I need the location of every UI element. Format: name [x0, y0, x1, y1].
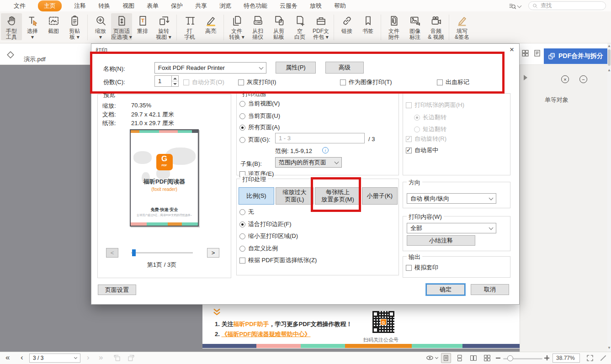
radio-none[interactable]: 无 — [239, 208, 254, 216]
menu-item-file[interactable]: 文件 — [14, 2, 26, 10]
toolbar-rotate-view[interactable]: 旋转视图 ▾ — [153, 13, 174, 40]
next-page-button[interactable]: › — [87, 353, 90, 362]
preview-slider-thumb[interactable] — [132, 249, 136, 256]
fullscreen-icon[interactable] — [586, 354, 594, 362]
double-chevron-down-icon[interactable] — [213, 308, 221, 317]
booklet-tab[interactable]: 小册子(K) — [362, 187, 398, 205]
menu-item-help[interactable]: 帮助 — [334, 2, 346, 10]
toolbar-fit-page[interactable]: 页面适应选项 ▾ — [111, 13, 132, 40]
subset-select[interactable]: 范围内的所有页面 — [275, 157, 342, 168]
properties-button[interactable]: 属性(P) — [276, 62, 316, 74]
toolbar-snapshot[interactable]: 截图 — [43, 13, 64, 34]
toolbar-select[interactable]: 选择▾ — [22, 13, 43, 40]
rotate-left-icon[interactable] — [113, 353, 122, 362]
radio-long-edge[interactable]: 长边翻转 — [414, 113, 446, 121]
zoom-in-icon[interactable] — [544, 355, 549, 360]
scroll-up-icon[interactable]: ▲ — [607, 44, 611, 48]
notes-doc-icon[interactable] — [533, 49, 542, 58]
eye-view-menu[interactable] — [425, 353, 438, 362]
tip-link-assistant[interactable]: 福昕PDF助手 — [233, 321, 269, 327]
toolbar-hand-tool[interactable]: 手型工具 — [1, 13, 22, 40]
last-page-button[interactable]: » — [99, 353, 103, 362]
menu-item-slideshow[interactable]: 放映 — [310, 2, 322, 10]
menu-item-protect[interactable]: 保护 — [171, 2, 183, 10]
ok-button[interactable]: 确定 — [426, 284, 465, 295]
rotate-right-icon[interactable] — [127, 353, 135, 362]
quick-find-button[interactable] — [509, 2, 521, 10]
toolbar-file-attachment[interactable]: 文件附件 — [383, 13, 404, 40]
collate-checkbox[interactable]: 自动分页(O) — [183, 78, 224, 86]
radio-all-pages[interactable]: 所有页面(A) — [239, 123, 280, 132]
auto-rotate-checkbox[interactable]: 自动旋转(R) — [406, 135, 446, 143]
cancel-button[interactable]: 取消 — [471, 284, 509, 295]
facing-view-button[interactable] — [468, 353, 478, 363]
copies-input[interactable]: 1 — [154, 75, 172, 87]
zoom-out-icon[interactable] — [496, 358, 500, 359]
menu-item-form[interactable]: 表单 — [147, 2, 159, 10]
toolbar-bookmark[interactable]: 书签 — [357, 13, 378, 34]
radio-current-view[interactable]: 当前视图(V) — [239, 100, 280, 108]
menu-item-browse[interactable]: 浏览 — [219, 2, 231, 10]
radio-current-page[interactable]: 当前页面(U) — [239, 112, 280, 120]
bleed-marks-checkbox[interactable]: 出血标记 — [437, 78, 469, 86]
toolbar-typewriter[interactable]: 打字机 — [179, 13, 200, 40]
toolbar-reflow[interactable]: T 重排 — [132, 13, 153, 34]
toolbar-from-clipboard[interactable]: 从剪贴板 — [268, 13, 289, 40]
page-setup-button[interactable]: 页面设置 — [98, 285, 136, 295]
menu-item-share[interactable]: 共享 — [195, 2, 207, 10]
shrink-oversize-tab[interactable]: 缩放过大页面(L) — [276, 187, 313, 205]
menu-item-convert[interactable]: 转换 — [98, 2, 110, 10]
orientation-select[interactable]: 自动 横向/纵向 — [407, 193, 496, 204]
tab-document-name[interactable]: 演示.pdf — [24, 55, 46, 63]
preview-next-button[interactable]: > — [207, 248, 219, 258]
choose-paper-checkbox[interactable]: 根据 PDF页面选择纸张(Z) — [239, 256, 317, 264]
menu-item-view[interactable]: 视图 — [122, 2, 134, 10]
continuous-view-button[interactable] — [455, 353, 465, 363]
toolbar-link[interactable]: 链接 — [336, 13, 357, 34]
radio-fit-margins[interactable]: 适合打印边距(F) — [239, 220, 292, 228]
radio-custom-scale[interactable]: 自定义比例 — [239, 244, 278, 253]
toolbar-highlight[interactable]: 高亮 — [200, 13, 221, 34]
close-icon[interactable]: × — [506, 45, 517, 55]
print-as-image-checkbox[interactable]: 作为图像打印(T) — [340, 78, 392, 86]
multiple-pages-per-sheet-tab[interactable]: 每张纸上放置多页(M) — [315, 187, 361, 205]
scale-tab[interactable]: 比例(S) — [239, 187, 274, 205]
menu-item-features[interactable]: 特色功能 — [244, 2, 267, 10]
menu-item-comment[interactable]: 注释 — [74, 2, 86, 10]
vertical-scrollbar[interactable] — [607, 43, 611, 352]
stepper-down-icon[interactable] — [172, 81, 178, 86]
radio-shrink-area[interactable]: 缩小至打印区域(D) — [239, 232, 298, 240]
pages-input[interactable]: 1 - 3 — [275, 133, 365, 143]
toolbar-pdf-portfolio[interactable]: PDF文件包 ▾ — [310, 13, 331, 40]
copies-stepper[interactable] — [172, 75, 179, 87]
radio-short-edge[interactable]: 短边翻转 — [414, 125, 446, 133]
toolbar-zoom[interactable]: 缩放▾ — [90, 13, 111, 40]
auto-center-checkbox[interactable]: 自动居中 — [406, 146, 438, 154]
eraser-diamond-icon[interactable] — [5, 49, 16, 61]
facing-continuous-view-button[interactable] — [482, 353, 492, 363]
zoom-slider-thumb[interactable] — [507, 355, 513, 361]
single-page-view-button[interactable] — [441, 353, 451, 363]
toolbar-file-convert[interactable]: 文件转换 ▾ — [226, 13, 247, 40]
zoom-percent-input[interactable]: 38.77% — [553, 353, 580, 363]
first-page-button[interactable]: « — [5, 353, 10, 362]
simulate-overprint-checkbox[interactable]: 模拟套印 — [406, 264, 438, 272]
prev-page-button[interactable]: ‹ — [21, 353, 23, 362]
toolbar-audio-video[interactable]: 音频& 视频 — [425, 13, 446, 40]
search-input[interactable]: 查找 — [528, 1, 606, 10]
menu-item-cloud[interactable]: 云服务 — [280, 2, 298, 10]
resize-grip-icon[interactable] — [600, 355, 606, 361]
toolbar-image-annotation[interactable]: 图像标注 — [404, 13, 425, 40]
remove-icon[interactable]: − — [579, 75, 587, 83]
preview-page-slider[interactable] — [131, 252, 193, 253]
toolbar-from-scanner[interactable]: 从扫描仪 — [247, 13, 268, 40]
radio-pages[interactable]: 页面(G): — [239, 136, 270, 144]
toolbar-fill-sign[interactable]: 填写&签名 — [452, 13, 473, 40]
print-content-select[interactable]: 全部 — [407, 223, 496, 233]
two-sided-checkbox[interactable]: 打印纸张的两面(H) — [406, 101, 464, 109]
printer-select[interactable]: Foxit PDF Reader Printer — [154, 62, 266, 74]
grid-view-icon[interactable] — [521, 49, 530, 58]
scrollbar-thumb[interactable] — [608, 49, 611, 66]
toolbar-clipboard[interactable]: 剪贴板 ▾ — [64, 13, 85, 40]
scroll-up-icon[interactable]: ▲ — [607, 69, 611, 72]
